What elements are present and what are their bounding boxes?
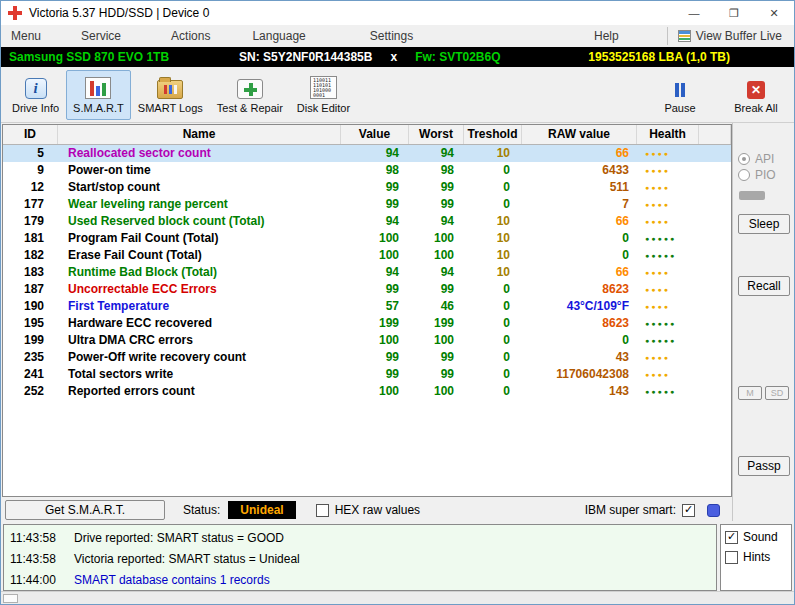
health-dots: ●●●●: [637, 145, 699, 162]
minimize-button[interactable]: —: [674, 1, 714, 25]
row-filler: [699, 315, 731, 332]
serial-hide-toggle[interactable]: x: [390, 50, 397, 64]
attribute-worst: 99: [409, 349, 464, 366]
attribute-worst: 100: [409, 332, 464, 349]
attribute-worst: 99: [409, 196, 464, 213]
pio-radio-label: PIO: [755, 168, 776, 182]
table-row[interactable]: 182Erase Fail Count (Total)100100100●●●●…: [3, 247, 731, 264]
drive-info-button[interactable]: i Drive Info: [5, 70, 66, 120]
ibm-smart-checkbox[interactable]: [682, 504, 695, 517]
attribute-value: 99: [341, 349, 409, 366]
row-filler: [699, 332, 731, 349]
hex-raw-checkbox[interactable]: [316, 504, 329, 517]
menu-item-actions[interactable]: Actions: [163, 27, 218, 45]
attribute-raw-value: 11706042308: [522, 366, 637, 383]
attribute-value: 99: [341, 366, 409, 383]
log-line: 11:43:58Drive reported: SMART status = G…: [10, 528, 710, 549]
attribute-id: 181: [3, 230, 58, 247]
header-health[interactable]: Health: [637, 125, 699, 144]
attribute-id: 5: [3, 145, 58, 162]
passp-button[interactable]: Passp: [738, 456, 790, 476]
attribute-id: 199: [3, 332, 58, 349]
table-row[interactable]: 12Start/stop count99990511●●●●: [3, 179, 731, 196]
table-row[interactable]: 252Reported errors count1001000143●●●●●: [3, 383, 731, 400]
disk-editor-button[interactable]: Disk Editor: [290, 70, 357, 120]
table-row[interactable]: 190First Temperature5746043°C/109°F●●●●: [3, 298, 731, 315]
table-row[interactable]: 235Power-Off write recovery count9999043…: [3, 349, 731, 366]
attribute-threshold: 0: [464, 315, 522, 332]
menu-item-service[interactable]: Service: [73, 27, 129, 45]
smart-logs-button[interactable]: SMART Logs: [131, 70, 210, 120]
attribute-threshold: 10: [464, 213, 522, 230]
api-radio-row[interactable]: API: [738, 151, 774, 167]
small-button-1[interactable]: M: [738, 386, 762, 400]
status-badge: Unideal: [228, 501, 295, 519]
view-buffer-live[interactable]: View Buffer Live: [667, 27, 792, 45]
table-row[interactable]: 199Ultra DMA CRC errors10010000●●●●●: [3, 332, 731, 349]
menu-item-settings[interactable]: Settings: [362, 27, 421, 45]
pause-button[interactable]: Pause: [650, 70, 710, 120]
log-line: 11:43:58Victoria reported: SMART status …: [10, 549, 710, 570]
table-row[interactable]: 181Program Fail Count (Total)100100100●●…: [3, 230, 731, 247]
table-row[interactable]: 9Power-on time989806433●●●●: [3, 162, 731, 179]
test-repair-button[interactable]: Test & Repair: [210, 70, 290, 120]
table-row[interactable]: 187Uncorrectable ECC Errors999908623●●●●: [3, 281, 731, 298]
table-row[interactable]: 195Hardware ECC recovered19919908623●●●●…: [3, 315, 731, 332]
attribute-threshold: 0: [464, 179, 522, 196]
header-threshold[interactable]: Treshold: [464, 125, 522, 144]
pio-radio-row[interactable]: PIO: [738, 167, 776, 183]
menu-item-language[interactable]: Language: [244, 27, 313, 45]
info-icon: i: [25, 78, 47, 99]
health-dots: ●●●●: [637, 179, 699, 196]
attribute-value: 100: [341, 230, 409, 247]
header-name[interactable]: Name: [58, 125, 341, 144]
drive-info-label: Drive Info: [12, 102, 59, 114]
maximize-button[interactable]: ❐: [714, 1, 754, 25]
hints-checkbox[interactable]: [725, 551, 738, 564]
row-filler: [699, 264, 731, 281]
attribute-worst: 94: [409, 213, 464, 230]
break-all-button[interactable]: ✕ Break All: [726, 70, 786, 120]
attribute-value: 100: [341, 247, 409, 264]
header-raw[interactable]: RAW value: [522, 125, 637, 144]
attribute-raw-value: 8623: [522, 315, 637, 332]
table-row[interactable]: 183Runtime Bad Block (Total)94941066●●●●: [3, 264, 731, 281]
header-worst[interactable]: Worst: [409, 125, 464, 144]
menu-item-help[interactable]: Help: [586, 27, 627, 45]
smart-label: S.M.A.R.T: [73, 102, 124, 114]
attribute-threshold: 0: [464, 349, 522, 366]
right-panel: API PIO Sleep Recall M SD Passp: [732, 123, 794, 521]
smart-tab-button[interactable]: S.M.A.R.T: [66, 70, 131, 120]
device-firmware: Fw: SVT02B6Q: [415, 50, 500, 64]
get-smart-button[interactable]: Get S.M.A.R.T.: [5, 500, 165, 520]
sound-checkbox[interactable]: [725, 531, 738, 544]
attribute-value: 100: [341, 383, 409, 400]
close-button[interactable]: ✕: [754, 1, 794, 25]
table-row[interactable]: 5Reallocated sector count94941066●●●●: [3, 145, 731, 162]
toolbar: i Drive Info S.M.A.R.T SMART Logs Test &…: [1, 67, 794, 123]
attribute-worst: 94: [409, 145, 464, 162]
view-buffer-label: View Buffer Live: [696, 29, 782, 43]
table-row[interactable]: 179Used Reserved block count (Total)9494…: [3, 213, 731, 230]
disk-editor-label: Disk Editor: [297, 102, 350, 114]
attribute-raw-value: 7: [522, 196, 637, 213]
scrollbar-thumb[interactable]: [3, 594, 18, 603]
attribute-name: Program Fail Count (Total): [58, 230, 341, 247]
health-dots: ●●●●: [637, 162, 699, 179]
attribute-worst: 99: [409, 366, 464, 383]
api-radio[interactable]: [738, 153, 750, 165]
table-row[interactable]: 177Wear leveling range percent999907●●●●: [3, 196, 731, 213]
folder-icon: [157, 80, 183, 99]
app-logo-icon: [8, 6, 22, 20]
menu-item-menu[interactable]: Menu: [3, 27, 49, 45]
header-id[interactable]: ID: [3, 125, 58, 144]
table-row[interactable]: 241Total sectors write9999011706042308●●…: [3, 366, 731, 383]
pio-radio[interactable]: [738, 169, 750, 181]
recall-button[interactable]: Recall: [738, 276, 790, 296]
small-button-2[interactable]: SD: [765, 386, 789, 400]
header-value[interactable]: Value: [341, 125, 409, 144]
attribute-raw-value: 43°C/109°F: [522, 298, 637, 315]
health-dots: ●●●●: [637, 366, 699, 383]
sleep-button[interactable]: Sleep: [738, 214, 790, 234]
horizontal-scrollbar[interactable]: [1, 591, 794, 604]
